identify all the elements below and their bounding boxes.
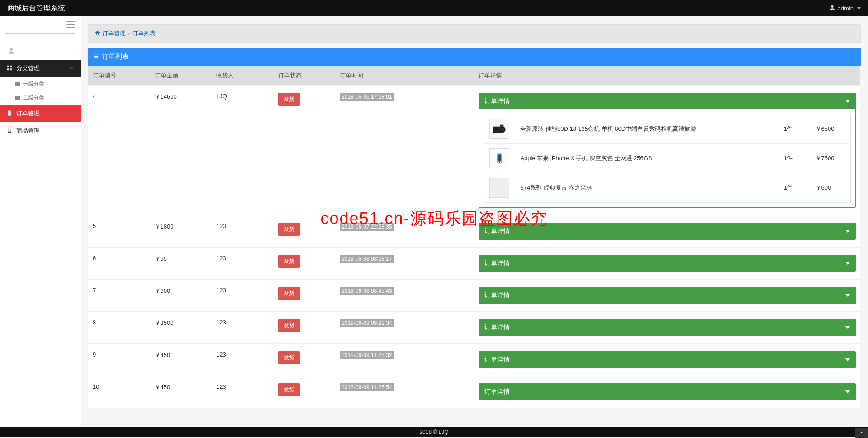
detail-item-row: 574系列 经典复古 春之森林 1件 ￥600 — [484, 173, 851, 203]
cell-time: 2018-06-09 11:25:54 — [335, 376, 474, 408]
col-status: 订单状态 — [274, 66, 336, 86]
table-row: 7 ￥600 123 发货 2018-06-08 08:45:43 订单详情 — [88, 280, 860, 312]
cell-amount: ￥14600 — [150, 86, 212, 215]
cell-detail: 订单详情 — [474, 344, 860, 376]
cell-status: 发货 — [274, 248, 336, 280]
orders-table: 订单编号 订单金额 收货人 订单状态 订单时间 订单详情 4 ￥14600 LJ… — [88, 66, 860, 408]
col-time: 订单时间 — [335, 66, 474, 86]
ship-button[interactable]: 发货 — [278, 319, 300, 332]
panel-header: 订单列表 — [88, 48, 861, 66]
breadcrumb: 订单管理 › 订单列表 — [88, 24, 861, 43]
col-amount: 订单金额 — [150, 66, 212, 86]
sidebar-user-icon — [0, 47, 81, 60]
back-to-top-button[interactable] — [855, 428, 868, 437]
timestamp: 2018-06-08 08:28:17 — [340, 255, 394, 263]
sidebar-divider — [5, 33, 75, 34]
svg-rect-5 — [10, 68, 12, 70]
sidebar-subitem-label: 一级分类 — [23, 80, 44, 88]
cell-amount: ￥450 — [150, 376, 212, 408]
cell-status: 发货 — [274, 86, 336, 215]
svg-rect-4 — [7, 68, 9, 70]
user-menu[interactable]: admin — [829, 4, 861, 13]
timestamp: 2018-06-06 17:08:01 — [340, 93, 394, 101]
detail-label: 订单详情 — [484, 97, 510, 105]
col-id: 订单编号 — [88, 66, 150, 86]
topbar: 商城后台管理系统 admin — [0, 0, 868, 16]
ship-button[interactable]: 发货 — [278, 223, 300, 236]
ship-button[interactable]: 发货 — [278, 93, 300, 106]
ship-button[interactable]: 发货 — [278, 351, 300, 364]
detail-label: 订单详情 — [484, 227, 510, 235]
home-icon — [95, 30, 101, 37]
cell-status: 发货 — [274, 376, 336, 408]
caret-down-icon — [845, 326, 850, 329]
detail-item-qty: 1件 — [778, 114, 810, 144]
breadcrumb-current[interactable]: 订单列表 — [132, 29, 156, 38]
chevron-down-icon: ﹀ — [69, 65, 74, 72]
detail-accordion: 订单详情 — [479, 319, 856, 336]
breadcrumb-link[interactable]: 订单管理 — [102, 29, 126, 38]
table-row: 9 ￥450 123 发货 2018-06-09 11:25:32 订单详情 — [88, 344, 860, 376]
ship-button[interactable]: 发货 — [278, 383, 300, 396]
sidebar-toggle[interactable] — [0, 16, 81, 30]
detail-label: 订单详情 — [484, 356, 510, 364]
cell-id: 10 — [88, 376, 150, 408]
detail-accordion-header[interactable]: 订单详情 — [479, 287, 855, 304]
sidebar-item-label: 商品管理 — [16, 127, 40, 135]
table-row: 6 ￥55 123 发货 2018-06-08 08:28:17 订单详情 — [88, 248, 860, 280]
table-row: 8 ￥3500 123 发货 2018-06-08 09:22:34 订单详情 — [88, 312, 860, 344]
timestamp: 2018-06-08 09:22:34 — [340, 319, 394, 327]
detail-accordion: 订单详情 — [479, 383, 856, 400]
detail-item-price: ￥6500 — [810, 114, 851, 144]
timestamp: 2018-06-09 11:25:32 — [340, 351, 394, 359]
ship-button[interactable]: 发货 — [278, 287, 300, 300]
detail-item-qty: 1件 — [778, 144, 810, 173]
detail-accordion-header[interactable]: 订单详情 — [479, 319, 855, 336]
cell-time: 2018-06-08 09:22:34 — [335, 312, 474, 344]
sidebar-item[interactable]: 分类管理﹀ — [0, 60, 81, 77]
cell-amount: ￥450 — [150, 344, 212, 376]
detail-accordion: 订单详情 — [479, 255, 856, 272]
app-title: 商城后台管理系统 — [7, 4, 65, 13]
detail-item-qty: 1件 — [778, 173, 810, 203]
timestamp: 2018-06-08 08:45:43 — [340, 287, 394, 295]
user-label: admin — [838, 5, 854, 12]
cell-detail: 订单详情 — [474, 312, 860, 344]
detail-accordion-header[interactable]: 订单详情 — [479, 223, 855, 239]
cell-receiver: LJQ — [212, 86, 274, 215]
cell-detail: 订单详情 — [474, 215, 860, 248]
table-header-row: 订单编号 订单金额 收货人 订单状态 订单时间 订单详情 — [88, 66, 860, 86]
caret-down-icon — [845, 100, 850, 103]
cell-status: 发货 — [274, 215, 336, 248]
cell-time: 2018-06-06 17:08:01 — [335, 86, 474, 215]
svg-point-0 — [831, 5, 833, 7]
detail-accordion-header[interactable]: 订单详情 — [479, 384, 855, 400]
sidebar-item[interactable]: 订单管理 — [0, 105, 81, 122]
sidebar-item[interactable]: 商品管理 — [0, 122, 81, 139]
product-thumb — [489, 178, 509, 198]
svg-point-12 — [499, 162, 500, 163]
main-content: 订单管理 › 订单列表 订单列表 订单编号 订单金额 收货人 — [81, 16, 868, 427]
detail-item-thumb-cell — [484, 114, 515, 144]
caret-down-icon — [845, 262, 850, 265]
detail-accordion-header[interactable]: 订单详情 — [479, 93, 855, 110]
detail-accordion: 订单详情 — [479, 287, 856, 304]
cell-receiver: 123 — [212, 376, 274, 408]
cell-status: 发货 — [274, 312, 336, 344]
bullet-icon — [15, 82, 20, 86]
ship-button[interactable]: 发货 — [278, 255, 300, 268]
sidebar-subitem[interactable]: 一级分类 — [0, 77, 81, 91]
cell-amount: ￥55 — [150, 248, 212, 280]
detail-accordion-header[interactable]: 订单详情 — [479, 352, 855, 368]
cell-status: 发货 — [274, 280, 336, 312]
detail-accordion-header[interactable]: 订单详情 — [479, 255, 855, 271]
sidebar-item-label: 订单管理 — [16, 110, 40, 118]
col-detail: 订单详情 — [474, 66, 860, 86]
sidebar-subitem[interactable]: 二级分类 — [0, 91, 81, 105]
col-receiver: 收货人 — [212, 66, 274, 86]
detail-item-thumb-cell — [484, 144, 515, 173]
user-icon — [829, 4, 836, 13]
detail-item-price: ￥7500 — [810, 144, 851, 173]
cell-id: 9 — [88, 344, 150, 376]
panel: 订单列表 订单编号 订单金额 收货人 订单状态 订单时间 订单详情 — [88, 48, 861, 408]
